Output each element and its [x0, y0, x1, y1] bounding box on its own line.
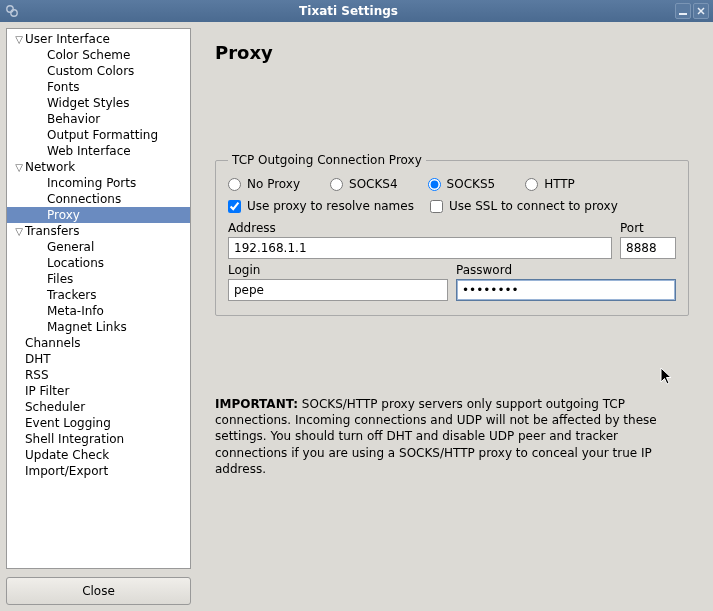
tree-item-behavior[interactable]: Behavior [7, 111, 190, 127]
svg-point-1 [11, 10, 17, 16]
tree-item-network[interactable]: ▽Network [7, 159, 190, 175]
radio-http[interactable]: HTTP [525, 177, 575, 191]
close-window-button[interactable] [693, 3, 709, 19]
tree-item-meta-info[interactable]: Meta-Info [7, 303, 190, 319]
proxy-group: TCP Outgoing Connection Proxy No Proxy S… [215, 153, 689, 316]
minimize-button[interactable] [675, 3, 691, 19]
titlebar: Tixati Settings [0, 0, 713, 22]
password-field: Password [456, 263, 676, 301]
svg-point-0 [7, 6, 13, 12]
app-icon [4, 3, 20, 19]
radio-socks4[interactable]: SOCKS4 [330, 177, 398, 191]
window-title: Tixati Settings [24, 4, 673, 18]
tree-item-web-interface[interactable]: Web Interface [7, 143, 190, 159]
expander-icon[interactable]: ▽ [13, 34, 25, 45]
tree-item-proxy[interactable]: Proxy [7, 207, 190, 223]
login-input[interactable] [228, 279, 448, 301]
svg-rect-2 [679, 13, 687, 15]
tree-item-incoming-ports[interactable]: Incoming Ports [7, 175, 190, 191]
tree-item-magnet-links[interactable]: Magnet Links [7, 319, 190, 335]
tree-item-widget-styles[interactable]: Widget Styles [7, 95, 190, 111]
check-resolve-names[interactable]: Use proxy to resolve names [228, 199, 414, 213]
expander-icon[interactable]: ▽ [13, 226, 25, 237]
tree-item-files[interactable]: Files [7, 271, 190, 287]
password-label: Password [456, 263, 676, 277]
tree-item-update-check[interactable]: Update Check [7, 447, 190, 463]
tree-item-connections[interactable]: Connections [7, 191, 190, 207]
proxy-type-row: No Proxy SOCKS4 SOCKS5 HTTP [228, 177, 676, 191]
tree-item-locations[interactable]: Locations [7, 255, 190, 271]
tree-item-import-export[interactable]: Import/Export [7, 463, 190, 479]
login-field: Login [228, 263, 448, 301]
address-field: Address [228, 221, 612, 259]
port-input[interactable] [620, 237, 676, 259]
close-button[interactable]: Close [6, 577, 191, 605]
tree-item-event-logging[interactable]: Event Logging [7, 415, 190, 431]
tree-item-color-scheme[interactable]: Color Scheme [7, 47, 190, 63]
tree-item-trackers[interactable]: Trackers [7, 287, 190, 303]
sidebar: ▽User InterfaceColor SchemeCustom Colors… [6, 28, 191, 605]
tree-item-output-formatting[interactable]: Output Formatting [7, 127, 190, 143]
port-field: Port [620, 221, 676, 259]
radio-no-proxy[interactable]: No Proxy [228, 177, 300, 191]
tree-item-user-interface[interactable]: ▽User Interface [7, 31, 190, 47]
expander-icon[interactable]: ▽ [13, 162, 25, 173]
tree-item-scheduler[interactable]: Scheduler [7, 399, 190, 415]
tree-item-fonts[interactable]: Fonts [7, 79, 190, 95]
tree-item-channels[interactable]: Channels [7, 335, 190, 351]
content-pane: Proxy TCP Outgoing Connection Proxy No P… [197, 28, 707, 605]
tree-item-ip-filter[interactable]: IP Filter [7, 383, 190, 399]
important-note: IMPORTANT: SOCKS/HTTP proxy servers only… [215, 396, 685, 477]
tree-item-custom-colors[interactable]: Custom Colors [7, 63, 190, 79]
address-label: Address [228, 221, 612, 235]
important-label: IMPORTANT: [215, 397, 298, 411]
port-label: Port [620, 221, 676, 235]
tree-item-general[interactable]: General [7, 239, 190, 255]
settings-tree[interactable]: ▽User InterfaceColor SchemeCustom Colors… [6, 28, 191, 569]
login-label: Login [228, 263, 448, 277]
address-input[interactable] [228, 237, 612, 259]
password-input[interactable] [456, 279, 676, 301]
page-title: Proxy [215, 42, 689, 63]
proxy-options-row: Use proxy to resolve names Use SSL to co… [228, 199, 676, 213]
group-legend: TCP Outgoing Connection Proxy [228, 153, 426, 167]
check-use-ssl[interactable]: Use SSL to connect to proxy [430, 199, 618, 213]
tree-item-shell-integration[interactable]: Shell Integration [7, 431, 190, 447]
tree-item-transfers[interactable]: ▽Transfers [7, 223, 190, 239]
tree-item-rss[interactable]: RSS [7, 367, 190, 383]
tree-item-dht[interactable]: DHT [7, 351, 190, 367]
radio-socks5[interactable]: SOCKS5 [428, 177, 496, 191]
